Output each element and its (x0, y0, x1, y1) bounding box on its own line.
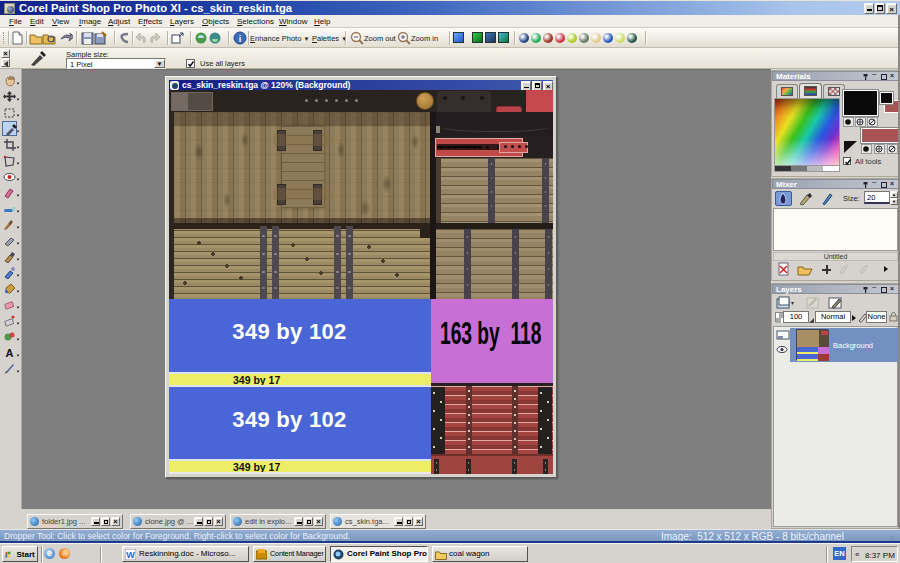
svg-text:i: i (239, 34, 242, 44)
svg-text:W: W (126, 550, 135, 560)
svg-text:A: A (6, 347, 14, 359)
